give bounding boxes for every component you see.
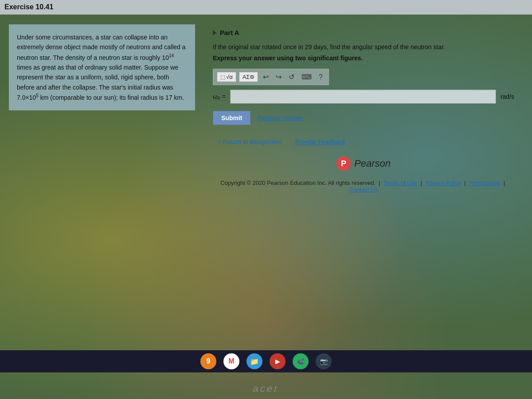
answer-panel: Part A If the original star rotated once… xyxy=(204,24,523,206)
answer-input[interactable] xyxy=(230,90,496,104)
provide-feedback-link[interactable]: Provide Feedback xyxy=(295,138,345,145)
refresh-btn[interactable]: ↺ xyxy=(286,72,297,82)
request-answer-link[interactable]: Request Answer xyxy=(258,114,303,121)
taskbar-icon-gmail[interactable]: M xyxy=(223,353,239,369)
terms-link[interactable]: Terms of Use xyxy=(383,180,418,186)
sqrt-icon: ⬚ xyxy=(220,74,225,80)
answer-row: ω₂ = rad/s xyxy=(213,90,514,104)
undo-btn[interactable]: ↩ xyxy=(261,72,271,82)
pearson-logo: P Pearson xyxy=(336,156,391,171)
problem-panel: Under some circumstances, a star can col… xyxy=(9,24,195,110)
question-text: If the original star rotated once in 29 … xyxy=(213,43,514,52)
symbol-btn[interactable]: ΑΣΦ xyxy=(239,72,258,82)
keyboard-btn[interactable]: ⌨ xyxy=(299,72,314,82)
pearson-name: Pearson xyxy=(354,158,391,169)
pearson-p-icon: P xyxy=(336,156,351,171)
omega-label: ω₂ = xyxy=(213,93,226,100)
taskbar-icon-files[interactable]: 📁 xyxy=(246,353,262,369)
redo-btn[interactable]: ↪ xyxy=(274,72,284,82)
taskbar-icon-meet[interactable]: 📹 xyxy=(293,353,309,369)
buttons-row: Submit Request Answer xyxy=(213,111,514,125)
symbol-label: ΑΣΦ xyxy=(243,74,254,80)
math-toolbar: ⬚ √α ΑΣΦ ↩ ↪ ↺ ⌨ ? xyxy=(213,69,329,85)
privacy-link[interactable]: Privacy Policy xyxy=(425,180,461,186)
part-a-header: Part A xyxy=(213,29,514,36)
express-text: Express your answer using two significan… xyxy=(213,55,514,62)
sqrt-label: √α xyxy=(226,74,233,80)
contact-link[interactable]: Contact Us xyxy=(349,186,378,193)
unit-label: rad/s xyxy=(501,93,514,100)
acer-label: acer xyxy=(253,383,279,395)
help-btn[interactable]: ? xyxy=(317,72,325,82)
permissions-link[interactable]: Permissions xyxy=(469,180,501,186)
return-to-assignment-link[interactable]: Return to Assignment xyxy=(217,138,282,145)
part-a-arrow-icon xyxy=(213,30,216,35)
math-input-btn[interactable]: ⬚ √α xyxy=(217,72,236,82)
part-a-label: Part A xyxy=(220,29,239,36)
problem-text: Under some circumstances, a star can col… xyxy=(17,32,187,102)
submit-button[interactable]: Submit xyxy=(213,111,250,125)
taskbar-icon-youtube[interactable]: ▶ xyxy=(270,353,286,369)
taskbar-icon-camera[interactable]: 📷 xyxy=(316,353,332,369)
pearson-section: P Pearson xyxy=(213,156,514,171)
taskbar: 9 M 📁 ▶ 📹 📷 xyxy=(0,350,532,372)
copyright-footer: Copyright © 2020 Pearson Education Inc. … xyxy=(213,180,514,193)
copyright-text: Copyright © 2020 Pearson Education Inc. … xyxy=(220,180,376,186)
taskbar-icon-9[interactable]: 9 xyxy=(200,353,216,369)
bottom-nav: Return to Assignment Provide Feedback xyxy=(213,138,514,145)
